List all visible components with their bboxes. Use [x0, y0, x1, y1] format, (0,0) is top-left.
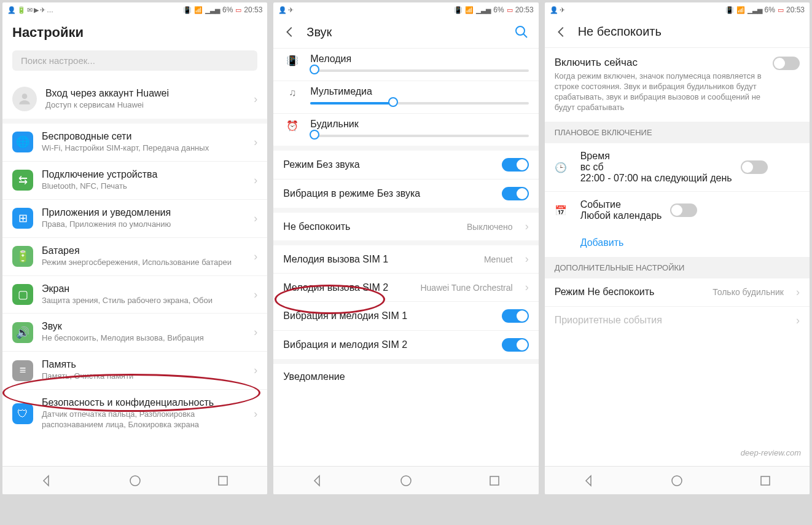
vibe-sim1[interactable]: Вибрация и мелодия SIM 1: [273, 301, 538, 330]
settings-item-sound[interactable]: 🔊 Звук Не беспокоить, Мелодия вызова, Ви…: [2, 313, 267, 351]
toggle-switch[interactable]: [502, 309, 529, 323]
chevron-right-icon: ›: [254, 364, 257, 377]
settings-item-device[interactable]: ⇆ Подключение устройства Bluetooth, NFC,…: [2, 161, 267, 199]
nav-back-button[interactable]: [39, 473, 54, 488]
row-title: Время: [580, 151, 732, 162]
svg-rect-7: [761, 476, 770, 485]
row-label: Вибрация и мелодия SIM 2: [283, 339, 493, 350]
nav-recent-button[interactable]: [216, 473, 230, 488]
add-link[interactable]: Добавить: [545, 229, 810, 257]
chevron-right-icon: ›: [254, 93, 257, 106]
battery-icon: ▭: [507, 6, 513, 14]
shield-icon: 🛡: [12, 403, 33, 424]
settings-item-memory[interactable]: ≡ Память Память, Очистка памяти ›: [2, 351, 267, 389]
row-title: Событие: [580, 199, 662, 210]
status-icon: ▶: [34, 6, 39, 14]
apps-icon: ⊞: [12, 208, 33, 229]
vibrate-icon: 📳: [283, 53, 302, 66]
nav-recent-button[interactable]: [758, 473, 773, 488]
status-icon: …: [47, 6, 53, 14]
chevron-right-icon: ›: [796, 286, 800, 299]
priority-events-row[interactable]: Приоритетные события ›: [545, 306, 810, 334]
slider-media[interactable]: ♫ Мультимедиа: [273, 81, 538, 113]
status-time: 20:53: [786, 6, 805, 14]
navbar: [273, 466, 538, 494]
nav-home-button[interactable]: [670, 473, 684, 488]
back-arrow-icon[interactable]: [283, 25, 297, 39]
settings-item-battery[interactable]: 🔋 Батарея Режим энергосбережения, Исполь…: [2, 237, 267, 275]
item-title: Батарея: [42, 245, 241, 256]
row-label: Приоритетные события: [555, 315, 784, 326]
page-title-bar: Настройки: [2, 17, 267, 45]
toggle-label: Режим Без звука: [283, 159, 493, 170]
svg-point-6: [672, 476, 682, 486]
vibe-sim2[interactable]: Вибрация и мелодия SIM 2: [273, 330, 538, 359]
row-range: 22:00 - 07:00 на следующий день: [580, 173, 732, 184]
svg-point-0: [22, 93, 28, 99]
signal-icon: ▁▃▅: [748, 6, 762, 14]
toggle-switch[interactable]: [502, 338, 529, 352]
schedule-time-row[interactable]: 🕒 Время вс сб 22:00 - 07:00 на следующий…: [545, 143, 810, 191]
music-icon: ♫: [283, 86, 302, 98]
dnd-value: Выключено: [467, 222, 513, 232]
dnd-mode-row[interactable]: Режим Не беспокоить Только будильник ›: [545, 278, 810, 306]
toggle-switch[interactable]: [502, 158, 529, 172]
toggle-vibrate-silent[interactable]: Вибрация в режиме Без звука: [273, 179, 538, 208]
chevron-right-icon: ›: [254, 408, 257, 420]
ringtone-sim2[interactable]: Мелодия вызова SIM 2 Huawei Tune Orchest…: [273, 273, 538, 301]
item-title: Экран: [42, 283, 241, 294]
status-time: 20:53: [515, 6, 534, 14]
section-additional: ДОПОЛНИТЕЛЬНЫЕ НАСТРОЙКИ: [545, 257, 810, 278]
vibrate-icon: 📳: [454, 6, 463, 14]
slider-ringtone[interactable]: 📳 Мелодия: [273, 49, 538, 81]
calendar-icon: 📅: [555, 203, 572, 216]
slider-track[interactable]: [310, 135, 528, 137]
toggle-switch[interactable]: [773, 57, 800, 70]
chevron-right-icon: ›: [254, 136, 257, 149]
status-bar: 👤 🔋 ✉ ▶ ✈ … 📳 📶 ▁▃▅ 6% ▭ 20:53: [2, 2, 267, 17]
header-bar: Не беспокоить: [545, 17, 810, 48]
item-subtitle: Защита зрения, Стиль рабочего экрана, Об…: [42, 296, 241, 306]
account-subtitle: Доступ к сервисам Huawei: [45, 100, 241, 111]
enable-now-row[interactable]: Включить сейчас Когда режим включен, зна…: [545, 48, 810, 122]
nav-home-button[interactable]: [128, 473, 142, 488]
section-scheduled: ПЛАНОВОЕ ВКЛЮЧЕНИЕ: [545, 122, 810, 143]
toggle-switch[interactable]: [670, 203, 697, 217]
page-title: Звук: [306, 25, 332, 39]
chevron-right-icon: ›: [254, 326, 257, 339]
enable-title: Включить сейчас: [555, 57, 765, 69]
slider-track[interactable]: [310, 102, 528, 105]
chevron-right-icon: ›: [796, 314, 800, 327]
svg-point-1: [130, 476, 140, 486]
search-input[interactable]: Поиск настроек...: [12, 50, 257, 71]
nav-back-button[interactable]: [310, 473, 325, 488]
status-bar: 👤 ✈ 📳 📶 ▁▃▅ 6% ▭ 20:53: [273, 2, 538, 17]
status-icon: ✈: [288, 6, 294, 14]
battery-icon: ▭: [235, 6, 241, 14]
svg-rect-2: [219, 476, 227, 485]
status-bar: 👤 ✈ 📳 📶 ▁▃▅ 6% ▭ 20:53: [545, 2, 810, 17]
toggle-switch[interactable]: [502, 187, 529, 200]
clock-icon: 🕒: [555, 160, 572, 173]
nav-back-button[interactable]: [582, 473, 596, 488]
settings-item-apps[interactable]: ⊞ Приложения и уведомления Права, Прилож…: [2, 199, 267, 237]
settings-item-screen[interactable]: ▢ Экран Защита зрения, Стиль рабочего эк…: [2, 275, 267, 314]
schedule-event-row[interactable]: 📅 Событие Любой календарь: [545, 191, 810, 229]
nav-recent-button[interactable]: [487, 473, 502, 488]
nav-home-button[interactable]: [399, 473, 413, 488]
dnd-row[interactable]: Не беспокоить Выключено ›: [273, 213, 538, 240]
back-arrow-icon[interactable]: [555, 25, 568, 39]
account-row[interactable]: Вход через аккаунт Huawei Доступ к серви…: [2, 79, 267, 119]
toggle-silent[interactable]: Режим Без звука: [273, 151, 538, 179]
slider-track[interactable]: [310, 69, 528, 72]
settings-item-wireless[interactable]: 🌐 Беспроводные сети Wi-Fi, Настройки SIM…: [2, 124, 267, 161]
battery-pct: 6%: [493, 6, 504, 14]
ringtone-sim1[interactable]: Мелодия вызова SIM 1 Menuet ›: [273, 245, 538, 273]
notification-row[interactable]: Уведомление: [273, 364, 538, 390]
search-icon[interactable]: [514, 25, 529, 39]
chevron-right-icon: ›: [254, 288, 257, 301]
status-icon: ✈: [560, 6, 565, 14]
toggle-switch[interactable]: [741, 160, 768, 174]
slider-alarm[interactable]: ⏰ Будильник: [273, 113, 538, 146]
settings-item-security[interactable]: 🛡 Безопасность и конфиденциальность Датч…: [2, 389, 267, 438]
